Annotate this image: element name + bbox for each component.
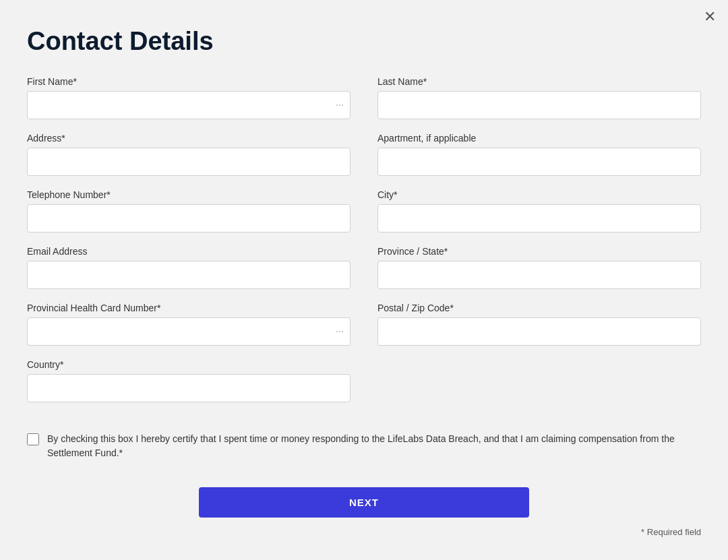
health-card-label: Provincial Health Card Number* (27, 303, 351, 313)
first-name-label: First Name* (27, 76, 351, 87)
country-label: Country* (27, 359, 351, 370)
address-group: Address* (27, 133, 351, 176)
address-label: Address* (27, 133, 351, 144)
health-card-input[interactable] (27, 317, 351, 346)
telephone-label: Telephone Number* (27, 189, 351, 200)
next-button[interactable]: NEXT (199, 487, 529, 518)
province-input[interactable] (377, 261, 701, 289)
first-name-input[interactable] (27, 91, 351, 119)
country-input[interactable] (27, 374, 351, 402)
email-input[interactable] (27, 261, 351, 289)
province-group: Province / State* (377, 246, 701, 289)
apartment-group: Apartment, if applicable (377, 133, 701, 176)
health-card-input-wrapper: ⋯ (27, 317, 351, 346)
country-group: Country* (27, 359, 351, 402)
first-name-group: First Name* ⋯ (27, 76, 351, 119)
required-note: * Required field (27, 527, 701, 537)
close-button[interactable]: ✕ (704, 9, 716, 24)
health-card-group: Provincial Health Card Number* ⋯ (27, 303, 351, 346)
province-label: Province / State* (377, 246, 701, 257)
address-input[interactable] (27, 148, 351, 176)
last-name-group: Last Name* (377, 76, 701, 119)
apartment-label: Apartment, if applicable (377, 133, 701, 144)
last-name-input[interactable] (377, 91, 701, 119)
telephone-group: Telephone Number* (27, 189, 351, 232)
modal-container: ✕ Contact Details First Name* ⋯ Last Nam… (0, 0, 728, 560)
certification-checkbox[interactable] (27, 433, 39, 445)
city-label: City* (377, 189, 701, 200)
contact-form: First Name* ⋯ Last Name* Address* Apartm… (27, 76, 701, 460)
first-name-input-wrapper: ⋯ (27, 91, 351, 119)
email-group: Email Address (27, 246, 351, 289)
postal-input[interactable] (377, 317, 701, 346)
page-title: Contact Details (27, 27, 701, 56)
city-input[interactable] (377, 204, 701, 232)
postal-label: Postal / Zip Code* (377, 303, 701, 313)
last-name-label: Last Name* (377, 76, 701, 87)
postal-group: Postal / Zip Code* (377, 303, 701, 346)
certification-checkbox-area: By checking this box I hereby certify th… (27, 432, 701, 460)
apartment-input[interactable] (377, 148, 701, 176)
telephone-input[interactable] (27, 204, 351, 232)
email-label: Email Address (27, 246, 351, 257)
city-group: City* (377, 189, 701, 232)
certification-checkbox-label: By checking this box I hereby certify th… (47, 432, 701, 460)
button-row: NEXT (27, 487, 701, 518)
